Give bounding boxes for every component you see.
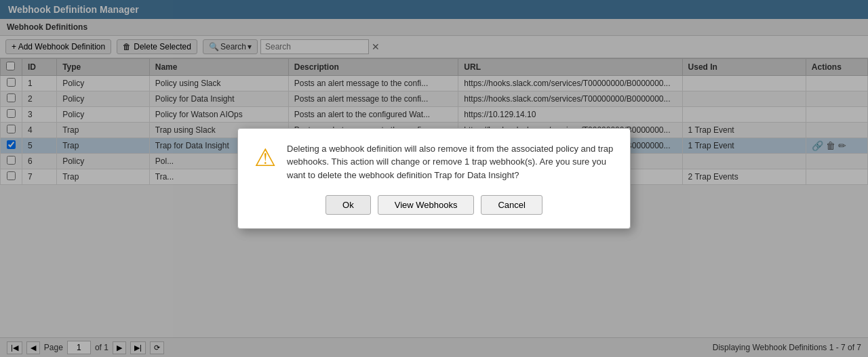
warning-icon: ⚠: [254, 144, 276, 172]
modal-body: ⚠ Deleting a webhook definition will als…: [254, 142, 614, 182]
modal-message: Deleting a webhook definition will also …: [287, 142, 614, 182]
confirm-delete-modal: ⚠ Deleting a webhook definition will als…: [237, 128, 631, 185]
modal-overlay: ⚠ Deleting a webhook definition will als…: [0, 0, 868, 185]
